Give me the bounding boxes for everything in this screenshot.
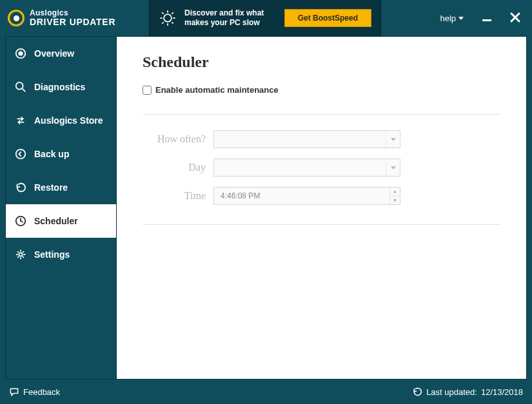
svg-point-18: [19, 253, 22, 256]
chevron-down-icon: [386, 131, 400, 148]
enable-maintenance-label: Enable automatic maintenance: [155, 85, 279, 95]
time-input[interactable]: 4:46:08 PM ▲ ▼: [213, 187, 400, 205]
svg-point-16: [16, 149, 25, 159]
magnifier-icon: [15, 81, 26, 93]
separator: [143, 114, 500, 115]
svg-line-8: [172, 12, 173, 14]
sidebar-label: Overview: [34, 48, 74, 59]
clock-icon: [15, 215, 26, 227]
back-icon: [15, 148, 26, 160]
svg-point-13: [19, 52, 22, 55]
page-title: Scheduler: [143, 53, 500, 71]
time-label: Time: [143, 190, 213, 202]
time-value: 4:46:08 PM: [221, 191, 260, 200]
svg-line-7: [162, 22, 163, 23]
feedback-link[interactable]: Feedback: [9, 387, 60, 397]
footer: Feedback Last updated: 12/13/2018: [0, 380, 532, 404]
svg-point-0: [164, 14, 172, 22]
content-panel: Scheduler Enable automatic maintenance H…: [116, 36, 527, 380]
close-button[interactable]: [510, 12, 520, 24]
minimize-icon: [482, 12, 492, 23]
svg-point-14: [16, 82, 23, 90]
sidebar-item-scheduler[interactable]: Scheduler: [6, 204, 116, 238]
feedback-label: Feedback: [23, 387, 60, 397]
svg-line-6: [172, 22, 173, 23]
brand-logo-icon: [8, 10, 25, 26]
promo-banner: Discover and fix what makes your PC slow…: [149, 0, 381, 36]
separator: [143, 224, 500, 225]
how-often-label: How often?: [143, 133, 213, 145]
sidebar-label: Scheduler: [34, 216, 78, 226]
lightbulb-icon: [159, 9, 177, 27]
target-icon: [15, 48, 26, 59]
sidebar-item-backup[interactable]: Back up: [6, 137, 116, 171]
promo-text: Discover and fix what makes your PC slow: [184, 8, 277, 28]
brand: Auslogics DRIVER UPDATER: [0, 0, 149, 36]
last-updated-prefix: Last updated:: [426, 387, 477, 397]
last-updated-value: 12/13/2018: [481, 387, 523, 397]
gear-icon: [15, 249, 26, 260]
svg-rect-9: [482, 19, 491, 21]
sidebar-label: Diagnostics: [34, 82, 85, 92]
help-menu[interactable]: help: [440, 14, 464, 23]
sidebar-item-diagnostics[interactable]: Diagnostics: [6, 70, 116, 104]
sidebar-item-settings[interactable]: Settings: [6, 238, 116, 271]
sidebar-label: Auslogics Store: [34, 115, 103, 126]
sidebar-item-store[interactable]: Auslogics Store: [6, 104, 116, 137]
help-label: help: [440, 14, 456, 23]
chevron-down-icon: [458, 17, 464, 20]
day-select[interactable]: [213, 159, 400, 177]
spin-down-icon[interactable]: ▼: [390, 197, 400, 205]
sidebar-label: Restore: [34, 182, 68, 193]
time-spinner[interactable]: ▲ ▼: [389, 188, 400, 204]
enable-maintenance-checkbox[interactable]: [143, 86, 152, 95]
sidebar-item-overview[interactable]: Overview: [6, 37, 116, 70]
enable-maintenance-row[interactable]: Enable automatic maintenance: [143, 85, 500, 95]
spin-up-icon[interactable]: ▲: [390, 188, 400, 197]
speech-bubble-icon: [9, 387, 19, 397]
swap-icon: [15, 115, 26, 126]
close-icon: [510, 12, 520, 23]
chevron-down-icon: [386, 159, 400, 176]
undo-icon: [15, 182, 26, 193]
sidebar-item-restore[interactable]: Restore: [6, 171, 116, 204]
how-often-select[interactable]: [213, 130, 400, 148]
sidebar: Overview Diagnostics Auslogics Store Bac…: [5, 36, 116, 380]
svg-line-15: [23, 89, 26, 92]
brand-line2: DRIVER UPDATER: [30, 17, 115, 27]
svg-line-5: [162, 12, 163, 14]
get-boostspeed-button[interactable]: Get BoostSpeed: [284, 9, 371, 27]
minimize-button[interactable]: [482, 12, 492, 24]
sidebar-label: Settings: [34, 249, 70, 260]
day-label: Day: [143, 162, 213, 173]
sidebar-label: Back up: [34, 149, 69, 159]
refresh-icon: [412, 387, 422, 397]
last-updated[interactable]: Last updated: 12/13/2018: [412, 387, 523, 397]
